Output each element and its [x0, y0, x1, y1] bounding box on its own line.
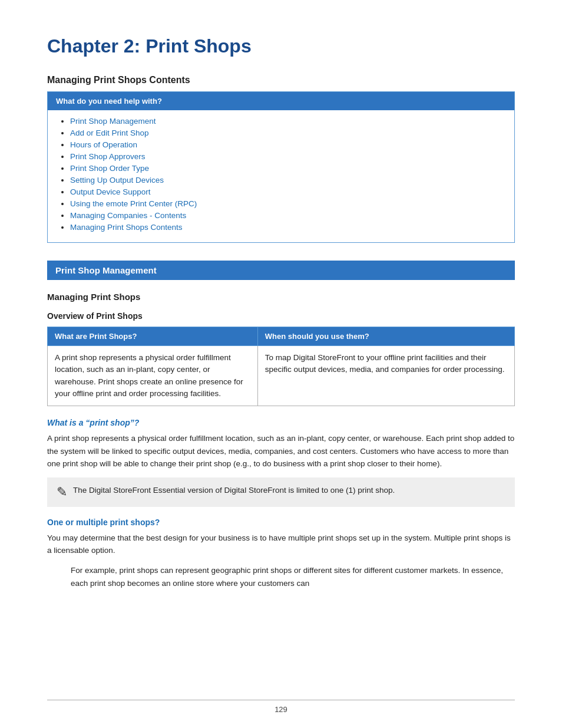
toc-box-header: What do you need help with? [48, 92, 514, 110]
list-item: Managing Companies - Contents [70, 210, 506, 220]
list-item: Using the emote Print Center (RPC) [70, 199, 506, 208]
table-col2-header: When should you use them? [257, 327, 514, 346]
chapter-title: Chapter 2: Print Shops [47, 35, 515, 57]
list-item: Add or Edit Print Shop [70, 128, 506, 137]
what-is-body: A print shop represents a physical order… [47, 432, 515, 470]
toc-link-companies[interactable]: Managing Companies - Contents [70, 211, 186, 220]
toc-list: Print Shop Management Add or Edit Print … [56, 116, 506, 232]
toc-link-output-devices[interactable]: Setting Up Output Devices [70, 176, 164, 185]
page-number: 129 [275, 705, 287, 714]
one-or-multiple-body: You may determine that the best design f… [47, 532, 515, 557]
indented-example-text: For example, print shops can represent g… [71, 564, 515, 589]
toc-section-heading: Managing Print Shops Contents [47, 75, 515, 85]
toc-link-hours[interactable]: Hours of Operation [70, 140, 137, 149]
table-col1-header: What are Print Shops? [48, 327, 258, 346]
page-container: Chapter 2: Print Shops Managing Print Sh… [0, 0, 562, 728]
note-box: ✎ The Digital StoreFront Essential versi… [47, 477, 515, 507]
toc-link-rpc[interactable]: Using the emote Print Center (RPC) [70, 199, 197, 208]
note-text: The Digital StoreFront Essential version… [73, 485, 395, 496]
list-item: Print Shop Order Type [70, 163, 506, 173]
page-footer: 129 [47, 700, 515, 714]
toc-link-print-shop-management[interactable]: Print Shop Management [70, 117, 156, 126]
toc-body: Print Shop Management Add or Edit Print … [48, 110, 514, 242]
toc-link-managing-print-shops[interactable]: Managing Print Shops Contents [70, 223, 183, 232]
toc-box: What do you need help with? Print Shop M… [47, 91, 515, 243]
toc-link-order-type[interactable]: Print Shop Order Type [70, 164, 149, 173]
table-col2-body: To map Digital StoreFront to your offlin… [257, 346, 514, 406]
list-item: Print Shop Management [70, 116, 506, 126]
list-item: Print Shop Approvers [70, 151, 506, 161]
what-is-heading: What is a “print shop”? [47, 418, 515, 427]
list-item: Hours of Operation [70, 140, 506, 149]
print-shop-management-bar: Print Shop Management [47, 261, 515, 280]
overview-heading: Overview of Print Shops [47, 311, 515, 321]
note-icon: ✎ [57, 485, 67, 500]
list-item: Managing Print Shops Contents [70, 222, 506, 232]
toc-link-add-edit[interactable]: Add or Edit Print Shop [70, 129, 149, 137]
toc-link-output-support[interactable]: Output Device Support [70, 187, 151, 196]
overview-table: What are Print Shops? When should you us… [47, 327, 515, 406]
toc-link-approvers[interactable]: Print Shop Approvers [70, 152, 146, 161]
table-col1-body: A print shop represents a physical order… [48, 346, 258, 406]
list-item: Setting Up Output Devices [70, 175, 506, 185]
managing-print-shops-heading: Managing Print Shops [47, 292, 515, 302]
one-or-multiple-heading: One or multiple print shops? [47, 518, 515, 527]
list-item: Output Device Support [70, 187, 506, 196]
